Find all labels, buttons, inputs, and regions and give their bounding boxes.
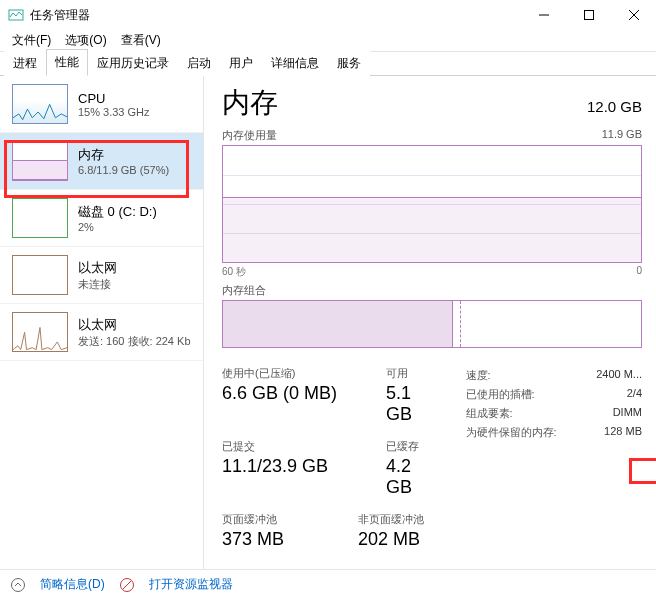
memory-total: 12.0 GB <box>587 98 642 115</box>
sidebar-eth1-title: 以太网 <box>78 259 117 277</box>
cached-value: 4.2 GB <box>386 456 438 498</box>
chart-axis-left: 60 秒 <box>222 265 246 279</box>
cached-label: 已缓存 <box>386 439 438 454</box>
memory-thumbnail <box>12 141 68 181</box>
sidebar-item-ethernet-2[interactable]: 以太网 发送: 160 接收: 224 Kb <box>0 304 203 361</box>
sidebar-item-cpu[interactable]: CPU 15% 3.33 GHz <box>0 76 203 133</box>
menu-bar: 文件(F) 选项(O) 查看(V) <box>0 30 656 52</box>
sidebar-cpu-sub: 15% 3.33 GHz <box>78 106 150 118</box>
main-panel: 内存 12.0 GB 内存使用量 11.9 GB 60 秒 0 内存组合 <box>204 76 656 569</box>
menu-file[interactable]: 文件(F) <box>6 30 57 51</box>
sidebar: CPU 15% 3.33 GHz 内存 6.8/11.9 GB (57%) 磁盘… <box>0 76 204 569</box>
menu-options[interactable]: 选项(O) <box>59 30 112 51</box>
sidebar-memory-title: 内存 <box>78 146 169 164</box>
footer-bar: 简略信息(D) 打开资源监视器 <box>0 569 656 599</box>
disk-thumbnail <box>12 198 68 238</box>
close-button[interactable] <box>611 0 656 30</box>
resource-monitor-icon <box>119 577 135 593</box>
tab-app-history[interactable]: 应用历史记录 <box>88 50 178 76</box>
speed-value: 2400 M... <box>596 368 642 383</box>
committed-label: 已提交 <box>222 439 360 454</box>
tab-details[interactable]: 详细信息 <box>262 50 328 76</box>
tab-strip: 进程 性能 应用历史记录 启动 用户 详细信息 服务 <box>0 52 656 76</box>
sidebar-disk-sub: 2% <box>78 221 157 233</box>
svg-line-7 <box>123 581 131 589</box>
usage-chart-max: 11.9 GB <box>602 128 642 143</box>
svg-point-5 <box>12 578 25 591</box>
committed-value: 11.1/23.9 GB <box>222 456 360 477</box>
form-factor-key: 组成要素: <box>466 406 513 421</box>
slots-key: 已使用的插槽: <box>466 387 535 402</box>
form-factor-value: DIMM <box>613 406 642 421</box>
fewer-details-link[interactable]: 简略信息(D) <box>40 576 105 593</box>
sidebar-cpu-title: CPU <box>78 91 150 106</box>
composition-label: 内存组合 <box>222 283 266 298</box>
maximize-button[interactable] <box>566 0 611 30</box>
sidebar-eth1-sub: 未连接 <box>78 277 117 292</box>
ethernet2-thumbnail <box>12 312 68 352</box>
tab-services[interactable]: 服务 <box>328 50 370 76</box>
usage-chart-label: 内存使用量 <box>222 128 277 143</box>
title-bar: 任务管理器 <box>0 0 656 30</box>
ethernet-thumbnail <box>12 255 68 295</box>
sidebar-item-disk[interactable]: 磁盘 0 (C: D:) 2% <box>0 190 203 247</box>
paged-pool-label: 页面缓冲池 <box>222 512 332 527</box>
open-resource-monitor-link[interactable]: 打开资源监视器 <box>149 576 233 593</box>
speed-key: 速度: <box>466 368 491 383</box>
sidebar-memory-sub: 6.8/11.9 GB (57%) <box>78 164 169 176</box>
reserved-key: 为硬件保留的内存: <box>466 425 557 440</box>
available-label: 可用 <box>386 366 438 381</box>
sidebar-item-memory[interactable]: 内存 6.8/11.9 GB (57%) <box>0 133 203 190</box>
app-icon <box>8 7 24 23</box>
menu-view[interactable]: 查看(V) <box>115 30 167 51</box>
chevron-up-icon[interactable] <box>10 577 26 593</box>
nonpaged-pool-label: 非页面缓冲池 <box>358 512 424 527</box>
paged-pool-value: 373 MB <box>222 529 332 550</box>
tab-performance[interactable]: 性能 <box>46 49 88 76</box>
window-title: 任务管理器 <box>30 7 521 24</box>
memory-info-grid: 速度:2400 M... 已使用的插槽:2/4 组成要素:DIMM 为硬件保留的… <box>466 366 642 550</box>
minimize-button[interactable] <box>521 0 566 30</box>
sidebar-eth2-sub: 发送: 160 接收: 224 Kb <box>78 334 191 349</box>
sidebar-item-ethernet-1[interactable]: 以太网 未连接 <box>0 247 203 304</box>
in-use-label: 使用中(已压缩) <box>222 366 360 381</box>
svg-rect-2 <box>584 11 593 20</box>
nonpaged-pool-value: 202 MB <box>358 529 424 550</box>
sidebar-eth2-title: 以太网 <box>78 316 191 334</box>
tab-users[interactable]: 用户 <box>220 50 262 76</box>
tab-processes[interactable]: 进程 <box>4 50 46 76</box>
page-title: 内存 <box>222 84 278 122</box>
available-value: 5.1 GB <box>386 383 438 425</box>
tab-startup[interactable]: 启动 <box>178 50 220 76</box>
cpu-thumbnail <box>12 84 68 124</box>
in-use-value: 6.6 GB (0 MB) <box>222 383 360 404</box>
sidebar-disk-title: 磁盘 0 (C: D:) <box>78 203 157 221</box>
slots-value: 2/4 <box>627 387 642 402</box>
memory-usage-chart[interactable] <box>222 145 642 263</box>
reserved-value: 128 MB <box>604 425 642 440</box>
memory-composition-chart[interactable] <box>222 300 642 348</box>
chart-axis-right: 0 <box>636 265 642 279</box>
